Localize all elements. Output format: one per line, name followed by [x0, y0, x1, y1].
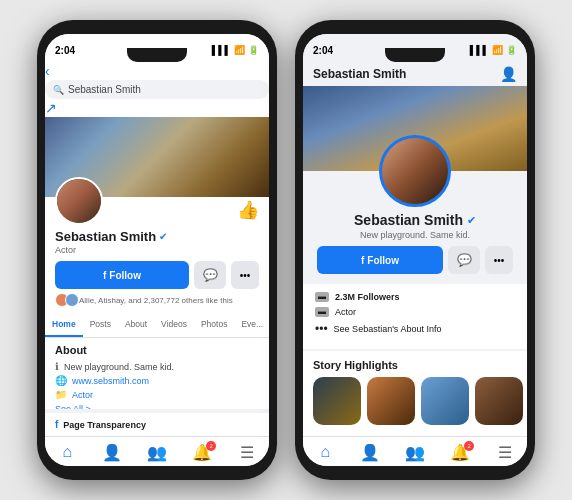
story-thumb-4[interactable]	[475, 377, 523, 425]
friends-icon-2: 👥	[405, 443, 425, 462]
page-transparency: f Page Transparency	[45, 409, 269, 436]
battery-icon: 🔋	[248, 45, 259, 55]
tabs-bar-1: Home Posts About Videos Photos Eve...	[45, 313, 269, 338]
see-about-link[interactable]: See Sebastian's About Info	[334, 324, 442, 334]
more-dots-icon: •••	[240, 270, 251, 281]
info-icon: ℹ	[55, 361, 59, 372]
bottom-nav-friends[interactable]: 👥	[135, 443, 180, 462]
profile-section-1: 👍 Sebastian Smith ✔ Actor f Follow 💬 •••	[45, 197, 269, 313]
follow-label-1: Follow	[109, 270, 141, 281]
info-row-actor: ▬ Actor	[315, 307, 515, 317]
tab-about[interactable]: About	[118, 313, 154, 337]
more-button-2[interactable]: •••	[485, 246, 513, 274]
tab-posts[interactable]: Posts	[83, 313, 118, 337]
bottom-nav-menu[interactable]: ☰	[224, 443, 269, 462]
profile-person-icon[interactable]: 👤	[500, 66, 517, 82]
bottom-nav-1: ⌂ 👤 👥 🔔 2 ☰	[45, 436, 269, 466]
signal-icon: ▌▌▌	[212, 45, 231, 55]
profile-header-name: Sebastian Smith	[313, 67, 406, 81]
tab-videos[interactable]: Videos	[154, 313, 194, 337]
about-text-2[interactable]: www.sebsmith.com	[72, 376, 149, 386]
profile-tagline: New playground. Same kid.	[317, 230, 513, 240]
like-icon[interactable]: 👍	[237, 199, 259, 221]
profile-name-2: Sebastian Smith	[354, 212, 463, 228]
messenger-icon-2: 💬	[457, 253, 472, 267]
friends-text: Allie, Atishay, and 2,307,772 others lik…	[79, 296, 233, 305]
follow-f-icon: f	[103, 270, 106, 281]
bottom-nav-notifications-2[interactable]: 🔔 2	[437, 443, 482, 462]
bottom-nav-home-2[interactable]: ⌂	[303, 443, 348, 462]
story-thumb-2[interactable]	[367, 377, 415, 425]
story-thumb-1[interactable]	[313, 377, 361, 425]
wifi-icon-2: 📶	[492, 45, 503, 55]
verified-badge-2: ✔	[467, 214, 476, 227]
phone-1-screen: 2:04 ▌▌▌ 📶 🔋 ‹ 🔍 Sebastian Smith ↗	[45, 34, 269, 466]
profile-name-row-1: Sebastian Smith ✔	[55, 229, 259, 244]
notification-badge-2: 2	[464, 441, 474, 451]
friend-avatars	[55, 293, 75, 307]
info-row-followers: ▬ 2.3M Followers	[315, 292, 515, 302]
share-icon[interactable]: ↗	[45, 100, 57, 116]
bottom-nav-profile-2[interactable]: 👤	[348, 443, 393, 462]
time-2: 2:04	[313, 45, 333, 56]
person-img-2	[382, 138, 448, 204]
about-dots-icon: •••	[315, 322, 328, 336]
time-1: 2:04	[55, 45, 75, 56]
message-button-1[interactable]: 💬	[194, 261, 226, 289]
bottom-nav-home[interactable]: ⌂	[45, 443, 90, 462]
home-icon-2: ⌂	[321, 443, 331, 461]
followers-icon: ▬	[315, 292, 329, 302]
profile-name-1: Sebastian Smith	[55, 229, 156, 244]
profile-name-row-2: Sebastian Smith ✔	[317, 212, 513, 228]
follow-button-1[interactable]: f Follow	[55, 261, 189, 289]
bottom-nav-menu-2[interactable]: ☰	[482, 443, 527, 462]
bottom-nav-notifications[interactable]: 🔔 2	[179, 443, 224, 462]
notch-2	[385, 48, 445, 62]
fb-logo-icon: f	[55, 419, 58, 430]
more-dots-icon-2: •••	[494, 255, 505, 266]
friends-icon: 👥	[147, 443, 167, 462]
phone-1: 2:04 ▌▌▌ 📶 🔋 ‹ 🔍 Sebastian Smith ↗	[37, 20, 277, 480]
followers-count: 2.3M Followers	[335, 292, 400, 302]
follow-f-icon-2: f	[361, 255, 364, 266]
follow-button-2[interactable]: f Follow	[317, 246, 443, 274]
follow-label-2: Follow	[367, 255, 399, 266]
back-icon[interactable]: ‹	[45, 63, 50, 79]
search-box[interactable]: 🔍 Sebastian Smith	[45, 80, 269, 99]
message-button-2[interactable]: 💬	[448, 246, 480, 274]
tab-photos[interactable]: Photos	[194, 313, 234, 337]
about-section: About ℹ New playground. Same kid. 🌐 www.…	[45, 338, 269, 409]
info-row-about: ••• See Sebastian's About Info	[315, 322, 515, 336]
info-section: ▬ 2.3M Followers ▬ Actor ••• See Sebasti…	[303, 284, 527, 349]
stories-title: Story Highlights	[313, 359, 517, 371]
globe-icon: 🌐	[55, 375, 67, 386]
bottom-nav-profile[interactable]: 👤	[90, 443, 135, 462]
verified-badge-1: ✔	[159, 231, 167, 242]
home-icon: ⌂	[63, 443, 73, 461]
friend-avatar-2	[65, 293, 79, 307]
actor-icon: ▬	[315, 307, 329, 317]
friends-row-1: Allie, Atishay, and 2,307,772 others lik…	[55, 293, 259, 307]
more-button-1[interactable]: •••	[231, 261, 259, 289]
folder-icon: 📁	[55, 389, 67, 400]
about-row-3: 📁 Actor	[55, 389, 259, 400]
action-row-1: f Follow 💬 •••	[55, 261, 259, 289]
notification-badge: 2	[206, 441, 216, 451]
profile-section-2: Sebastian Smith ✔ New playground. Same k…	[303, 171, 527, 282]
about-row-1: ℹ New playground. Same kid.	[55, 361, 259, 372]
about-title: About	[55, 344, 259, 356]
status-icons-2: ▌▌▌ 📶 🔋	[470, 45, 517, 55]
avatar-row: 👍	[55, 177, 259, 225]
phone-2: 2:04 ▌▌▌ 📶 🔋 Sebastian Smith 👤 Seb	[295, 20, 535, 480]
tab-more[interactable]: Eve...	[234, 313, 269, 337]
transparency-label: Page Transparency	[63, 420, 146, 430]
about-text-3[interactable]: Actor	[72, 390, 93, 400]
avatar-2	[379, 135, 451, 207]
stories-section: Story Highlights	[303, 351, 527, 436]
phone-2-screen: 2:04 ▌▌▌ 📶 🔋 Sebastian Smith 👤 Seb	[303, 34, 527, 466]
tab-home[interactable]: Home	[45, 313, 83, 337]
bottom-nav-friends-2[interactable]: 👥	[393, 443, 438, 462]
notch-1	[127, 48, 187, 62]
bottom-nav-2: ⌂ 👤 👥 🔔 2 ☰	[303, 436, 527, 466]
story-thumb-3[interactable]	[421, 377, 469, 425]
